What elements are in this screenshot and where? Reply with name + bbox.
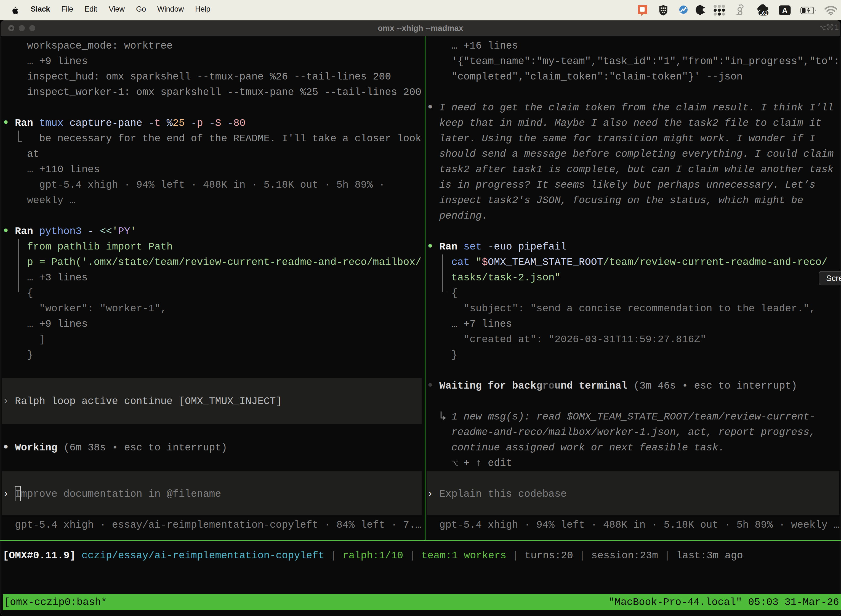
svg-text:A: A [782,6,787,15]
svg-text:..61: ..61 [760,10,767,16]
